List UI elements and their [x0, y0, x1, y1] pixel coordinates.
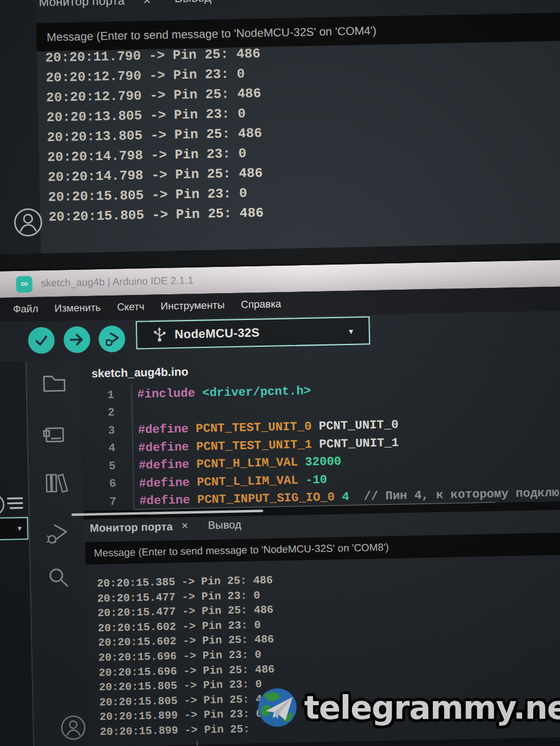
code-editor[interactable]: sketch_aug4b.ino 1#include <driver/pcnt.…	[80, 350, 560, 512]
line-number: 4	[82, 442, 115, 456]
activity-bar	[27, 360, 89, 746]
code-lines: 1#include <driver/pcnt.h>23#define PCNT_…	[81, 377, 560, 512]
menu-item-1[interactable]: Изменить	[54, 302, 101, 315]
board-label: NodeMCU-32S	[174, 326, 259, 342]
library-manager-icon[interactable]	[43, 471, 70, 495]
account-icon[interactable]	[12, 206, 44, 238]
menu-item-0[interactable]: Файл	[13, 303, 38, 316]
line-number: 3	[82, 424, 115, 438]
arrow-right-icon	[69, 332, 84, 347]
chevron-down-icon: ▾	[348, 326, 353, 336]
menu-item-3[interactable]: Инструменты	[161, 300, 225, 313]
board-selector[interactable]: NodeMCU-32S ▾	[136, 316, 370, 350]
code-text: #define PCNT_L_LIM_VAL -10	[139, 473, 327, 490]
debug-button[interactable]	[98, 325, 125, 352]
close-icon[interactable]: ×	[143, 0, 151, 8]
line-number: 1	[81, 388, 114, 402]
verify-button[interactable]	[28, 327, 55, 354]
code-text: #include <driver/pcnt.h>	[137, 384, 311, 402]
upload-button[interactable]	[64, 326, 90, 353]
watermark-text: telegrammy.net	[304, 689, 560, 726]
debug-icon	[103, 330, 121, 348]
line-number: 2	[82, 406, 115, 420]
watermark: telegrammy.net	[256, 687, 560, 729]
line-number: 5	[82, 459, 115, 473]
tab-serial-monitor[interactable]: Монитор порта	[90, 520, 173, 535]
close-icon[interactable]: ×	[181, 519, 188, 533]
menu-item-4[interactable]: Справка	[241, 298, 281, 311]
line-number: 7	[83, 495, 117, 509]
chevron-down-icon: ▾	[17, 523, 22, 533]
boards-manager-icon[interactable]	[43, 423, 68, 446]
hamburger-menu-icon[interactable]	[6, 495, 24, 512]
arduino-logo-icon: ∞	[16, 276, 33, 293]
menu-item-2[interactable]: Скетч	[117, 301, 145, 314]
tab-output[interactable]: Вывод	[174, 0, 212, 5]
line-number: 6	[83, 477, 116, 491]
telegram-globe-icon	[256, 687, 298, 729]
tab-output[interactable]: Вывод	[208, 519, 242, 532]
serial-output[interactable]: 20:20:11.790 -> Pin 25: 48620:20:12.790 …	[37, 41, 560, 254]
window-title: sketch_aug4b | Arduino IDE 2.1.1	[41, 275, 193, 290]
debugger-icon[interactable]	[44, 522, 70, 547]
serial-monitor-window-com4: Монитор порта × Вывод Message (Enter to …	[0, 0, 560, 255]
screen-photo: Монитор порта × Вывод Message (Enter to …	[0, 0, 560, 746]
editor-tab[interactable]: sketch_aug4b.ino	[91, 365, 189, 381]
usb-icon	[153, 327, 166, 343]
code-text: #define PCNT_H_LIM_VAL 32000	[139, 455, 341, 473]
background-dropdown[interactable]: ▾	[0, 517, 29, 541]
tab-serial-monitor[interactable]: Монитор порта	[38, 0, 125, 9]
check-icon	[33, 332, 49, 348]
account-icon[interactable]	[59, 713, 87, 742]
search-icon[interactable]	[45, 564, 71, 590]
sketchbook-folder-icon[interactable]	[41, 371, 67, 395]
